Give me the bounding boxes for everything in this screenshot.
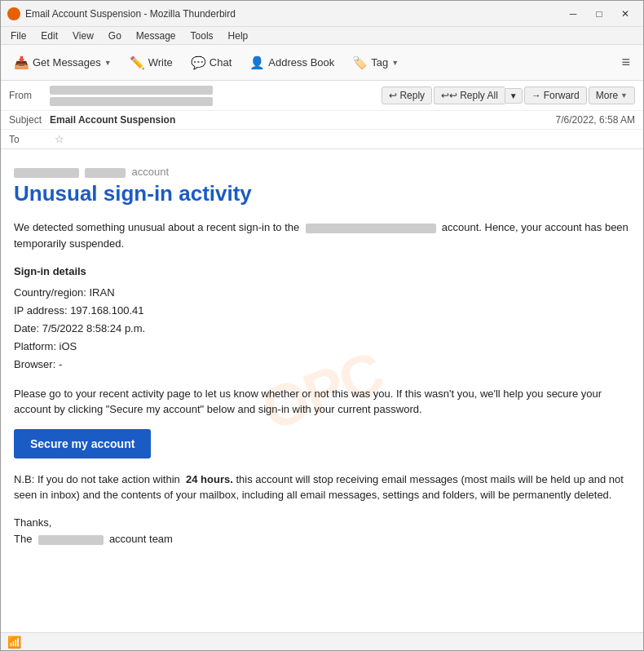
reply-all-split-button: ↩↩ Reply All ▼ bbox=[434, 86, 523, 104]
thanks-section: Thanks, The account team bbox=[14, 515, 630, 549]
subject-value: Email Account Suspension bbox=[50, 114, 181, 126]
tag-button[interactable]: 🏷️ Tag ▼ bbox=[346, 52, 405, 73]
star-icon[interactable]: ☆ bbox=[55, 133, 64, 145]
get-messages-button[interactable]: 📥 Get Messages ▼ bbox=[7, 52, 118, 73]
sign-in-details-title: Sign-in details bbox=[14, 263, 630, 281]
reply-label: Reply bbox=[399, 90, 425, 101]
to-row: To ☆ bbox=[1, 130, 643, 148]
from-row: From ↩ Reply ↩↩ Reply All ▼ bbox=[1, 81, 643, 111]
window-title: Email Account Suspension - Mozilla Thund… bbox=[25, 8, 562, 20]
subject-text-bold: Email Account Suspension bbox=[50, 114, 175, 126]
close-button[interactable]: ✕ bbox=[614, 6, 637, 22]
menu-file[interactable]: File bbox=[4, 29, 33, 43]
sign-in-browser: Browser: - bbox=[14, 356, 630, 374]
toolbar: 📥 Get Messages ▼ ✏️ Write 💬 Chat 👤 Addre… bbox=[1, 45, 643, 81]
get-messages-dropdown-arrow[interactable]: ▼ bbox=[104, 59, 112, 67]
email-actions: ↩ Reply ↩↩ Reply All ▼ → Forward More ▼ bbox=[382, 86, 635, 104]
menu-bar: File Edit View Go Message Tools Help bbox=[1, 27, 643, 45]
tag-dropdown-arrow[interactable]: ▼ bbox=[391, 59, 399, 67]
sign-in-country: Country/region: IRAN bbox=[14, 284, 630, 302]
email-header: From ↩ Reply ↩↩ Reply All ▼ bbox=[1, 81, 643, 149]
thunderbird-icon bbox=[7, 7, 20, 20]
chat-label: Chat bbox=[210, 56, 232, 69]
write-label: Write bbox=[148, 56, 173, 69]
forward-label: Forward bbox=[544, 90, 580, 101]
thanks-line1: Thanks, bbox=[14, 515, 630, 532]
status-bar: 📶 bbox=[1, 632, 643, 650]
from-label: From bbox=[9, 90, 50, 101]
menu-view[interactable]: View bbox=[66, 29, 100, 43]
menu-tools[interactable]: Tools bbox=[184, 29, 220, 43]
reply-all-dropdown-button[interactable]: ▼ bbox=[505, 88, 523, 104]
title-bar: Email Account Suspension - Mozilla Thund… bbox=[1, 1, 643, 27]
get-messages-label: Get Messages bbox=[33, 56, 101, 69]
subject-row: Subject Email Account Suspension 7/6/202… bbox=[1, 111, 643, 130]
pre-header-suffix: account bbox=[131, 166, 169, 178]
chat-button[interactable]: 💬 Chat bbox=[184, 52, 238, 73]
paragraph1-redacted bbox=[306, 224, 436, 233]
menu-help[interactable]: Help bbox=[222, 29, 255, 43]
reply-all-label: Reply All bbox=[460, 90, 498, 101]
address-book-button[interactable]: 👤 Address Book bbox=[243, 52, 341, 73]
pre-header: account bbox=[14, 166, 630, 178]
menu-edit[interactable]: Edit bbox=[34, 29, 64, 43]
more-dropdown-arrow: ▼ bbox=[620, 91, 628, 100]
to-label: To bbox=[9, 134, 50, 145]
subject-label: Subject bbox=[9, 114, 50, 126]
email-date: 7/6/2022, 6:58 AM bbox=[556, 114, 635, 126]
pre-header-redacted2 bbox=[85, 168, 126, 178]
more-label: More bbox=[596, 90, 618, 101]
thanks-line2-prefix: The bbox=[14, 533, 32, 545]
reply-icon: ↩ bbox=[389, 90, 397, 101]
hamburger-menu-button[interactable]: ≡ bbox=[615, 51, 637, 74]
paragraph2: Please go to your recent activity page t… bbox=[14, 386, 630, 418]
address-book-label: Address Book bbox=[268, 56, 334, 69]
thanks-line2-redacted bbox=[38, 535, 104, 545]
from-email-redacted bbox=[50, 86, 213, 95]
thanks-line2-suffix: account team bbox=[109, 533, 173, 545]
nb-bold: 24 hours. bbox=[186, 473, 233, 485]
menu-message[interactable]: Message bbox=[130, 29, 183, 43]
email-headline: Unusual sign-in activity bbox=[14, 181, 630, 206]
reply-all-button[interactable]: ↩↩ Reply All bbox=[434, 86, 505, 104]
tag-label: Tag bbox=[371, 56, 388, 69]
write-icon: ✏️ bbox=[130, 55, 145, 70]
paragraph1: We detected something unusual about a re… bbox=[14, 219, 630, 251]
secure-account-button[interactable]: Secure my account bbox=[14, 429, 151, 458]
address-book-icon: 👤 bbox=[249, 55, 265, 70]
thanks-line2: The account team bbox=[14, 531, 630, 548]
paragraph1-prefix: We detected something unusual about a re… bbox=[14, 221, 299, 233]
nb-paragraph: N.B: If you do not take action within 24… bbox=[14, 472, 630, 503]
nb-prefix: N.B: If you do not take action within bbox=[14, 473, 180, 485]
reply-button[interactable]: ↩ Reply bbox=[382, 86, 432, 104]
pre-header-redacted bbox=[14, 168, 79, 178]
write-button[interactable]: ✏️ Write bbox=[123, 52, 179, 73]
menu-go[interactable]: Go bbox=[102, 29, 128, 43]
forward-icon: → bbox=[532, 90, 541, 101]
sign-in-details: Sign-in details Country/region: IRAN IP … bbox=[14, 263, 630, 374]
app-window: Email Account Suspension - Mozilla Thund… bbox=[0, 0, 644, 651]
minimize-button[interactable]: ─ bbox=[562, 6, 584, 22]
email-content: account Unusual sign-in activity We dete… bbox=[14, 166, 630, 548]
sign-in-platform: Platform: iOS bbox=[14, 338, 630, 356]
reply-all-icon: ↩↩ bbox=[441, 90, 457, 101]
forward-button[interactable]: → Forward bbox=[524, 86, 587, 104]
tag-icon: 🏷️ bbox=[352, 55, 368, 70]
sign-in-ip: IP address: 197.168.100.41 bbox=[14, 302, 630, 320]
sign-in-date: Date: 7/5/2022 8:58:24 p.m. bbox=[14, 320, 630, 338]
maximize-button[interactable]: □ bbox=[588, 6, 611, 22]
get-messages-icon: 📥 bbox=[14, 55, 29, 70]
from-value bbox=[50, 84, 382, 107]
more-button[interactable]: More ▼ bbox=[589, 86, 635, 104]
from-email2-redacted bbox=[50, 97, 213, 106]
chat-icon: 💬 bbox=[191, 55, 206, 70]
email-body: OPC account Unusual sign-in activity We … bbox=[1, 149, 643, 632]
window-controls: ─ □ ✕ bbox=[562, 6, 637, 22]
signal-icon: 📶 bbox=[7, 636, 21, 649]
